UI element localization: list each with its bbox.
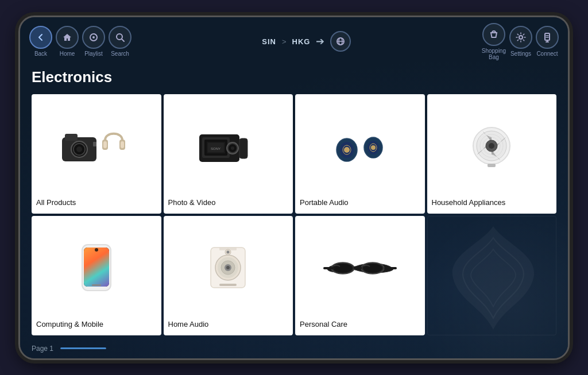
svg-rect-52 bbox=[84, 248, 109, 287]
search-label: Search bbox=[111, 51, 129, 57]
product-image-computing-mobile bbox=[36, 221, 157, 315]
product-card-household-appliances[interactable]: Household Appliances bbox=[427, 94, 557, 214]
flight-arrow-icon: ➔ bbox=[316, 35, 324, 48]
product-label-photo-video: Photo & Video bbox=[168, 198, 289, 207]
playlist-icon-circle bbox=[82, 26, 105, 49]
product-label-household-appliances: Household Appliances bbox=[432, 198, 552, 207]
product-card-photo-video[interactable]: SONY Photo & Video bbox=[164, 94, 293, 214]
back-button[interactable]: Back bbox=[29, 26, 52, 57]
product-label-all-products: All Products bbox=[36, 198, 157, 207]
search-button[interactable]: Search bbox=[109, 26, 131, 57]
connect-icon-circle bbox=[536, 26, 559, 49]
product-image-portable-audio bbox=[300, 99, 420, 194]
svg-rect-14 bbox=[65, 134, 78, 141]
svg-point-62 bbox=[227, 251, 230, 254]
svg-line-3 bbox=[122, 39, 124, 41]
home-label: Home bbox=[60, 51, 75, 57]
svg-rect-42 bbox=[370, 154, 377, 158]
content-area: Electronics bbox=[20, 64, 568, 340]
svg-rect-21 bbox=[103, 141, 107, 148]
globe-icon-circle[interactable] bbox=[330, 31, 351, 52]
product-card-home-audio[interactable]: Home Audio bbox=[164, 216, 293, 335]
product-card-empty bbox=[427, 216, 557, 335]
navbar: Back Home bbox=[20, 17, 568, 64]
connect-button[interactable]: Connect bbox=[536, 26, 559, 57]
product-card-portable-audio[interactable]: Portable Audio bbox=[295, 94, 425, 214]
svg-rect-32 bbox=[239, 138, 247, 158]
playlist-button[interactable]: Playlist bbox=[82, 26, 105, 57]
svg-point-31 bbox=[231, 146, 234, 150]
svg-rect-64 bbox=[219, 248, 237, 250]
page-indicator-label: Page 1 bbox=[32, 345, 53, 353]
product-label-home-audio: Home Audio bbox=[168, 320, 289, 328]
shopping-bag-button[interactable]: ShoppingBag bbox=[482, 23, 506, 60]
product-label-portable-audio: Portable Audio bbox=[300, 198, 420, 207]
page-progress-bar bbox=[60, 347, 106, 349]
page-bar-fill bbox=[60, 347, 106, 349]
svg-point-60 bbox=[226, 266, 230, 269]
shopping-bag-icon-circle bbox=[482, 23, 505, 46]
product-image-personal-care bbox=[300, 221, 420, 315]
nav-left: Back Home bbox=[29, 26, 131, 57]
product-grid: All Products SONY bbox=[32, 94, 556, 335]
svg-rect-54 bbox=[92, 284, 101, 286]
svg-rect-8 bbox=[545, 33, 550, 40]
page-title: Electronics bbox=[32, 68, 556, 86]
product-card-computing-mobile[interactable]: Computing & Mobile bbox=[32, 216, 161, 335]
product-label-computing-mobile: Computing & Mobile bbox=[36, 320, 157, 328]
shopping-bag-label: ShoppingBag bbox=[482, 48, 506, 60]
svg-rect-69 bbox=[354, 266, 362, 269]
flight-to: HKG bbox=[292, 37, 311, 46]
device-frame: Back Home bbox=[18, 16, 570, 360]
product-image-all-products bbox=[36, 99, 157, 194]
svg-point-66 bbox=[333, 264, 353, 273]
svg-rect-70 bbox=[384, 267, 397, 269]
home-icon-circle bbox=[56, 26, 79, 49]
product-image-photo-video: SONY bbox=[168, 99, 289, 194]
settings-button[interactable]: Settings bbox=[509, 26, 532, 57]
svg-text:SONY: SONY bbox=[211, 147, 220, 150]
home-button[interactable]: Home bbox=[56, 26, 79, 57]
svg-point-35 bbox=[344, 147, 350, 153]
product-card-all-products[interactable]: All Products bbox=[32, 94, 161, 214]
svg-rect-22 bbox=[121, 141, 124, 148]
svg-point-46 bbox=[489, 143, 494, 149]
footer: Page 1 bbox=[20, 340, 568, 358]
product-card-personal-care[interactable]: Personal Care bbox=[295, 216, 425, 335]
connect-label: Connect bbox=[536, 51, 558, 57]
back-label: Back bbox=[34, 51, 47, 57]
flight-from: SIN bbox=[262, 37, 276, 46]
product-image-home-audio bbox=[168, 221, 289, 315]
flight-info: SIN > HKG ➔ bbox=[131, 31, 482, 52]
svg-point-1 bbox=[92, 36, 95, 38]
svg-point-7 bbox=[519, 36, 523, 39]
svg-rect-63 bbox=[219, 284, 237, 286]
search-icon-circle bbox=[109, 26, 131, 49]
flight-separator: > bbox=[282, 37, 287, 46]
svg-point-17 bbox=[76, 146, 82, 152]
screen: Back Home bbox=[20, 17, 568, 358]
svg-point-39 bbox=[371, 145, 376, 150]
svg-rect-41 bbox=[343, 158, 350, 161]
settings-icon-circle bbox=[509, 26, 532, 49]
nav-right: ShoppingBag Settings bbox=[482, 23, 559, 60]
settings-label: Settings bbox=[510, 51, 531, 57]
svg-rect-49 bbox=[488, 164, 496, 167]
product-label-personal-care: Personal Care bbox=[300, 320, 420, 328]
playlist-label: Playlist bbox=[84, 51, 103, 57]
back-icon-circle bbox=[29, 26, 52, 49]
svg-point-68 bbox=[363, 264, 382, 273]
product-image-household-appliances bbox=[432, 99, 552, 194]
svg-rect-18 bbox=[93, 142, 96, 146]
svg-point-53 bbox=[95, 248, 98, 252]
svg-rect-71 bbox=[323, 267, 335, 269]
